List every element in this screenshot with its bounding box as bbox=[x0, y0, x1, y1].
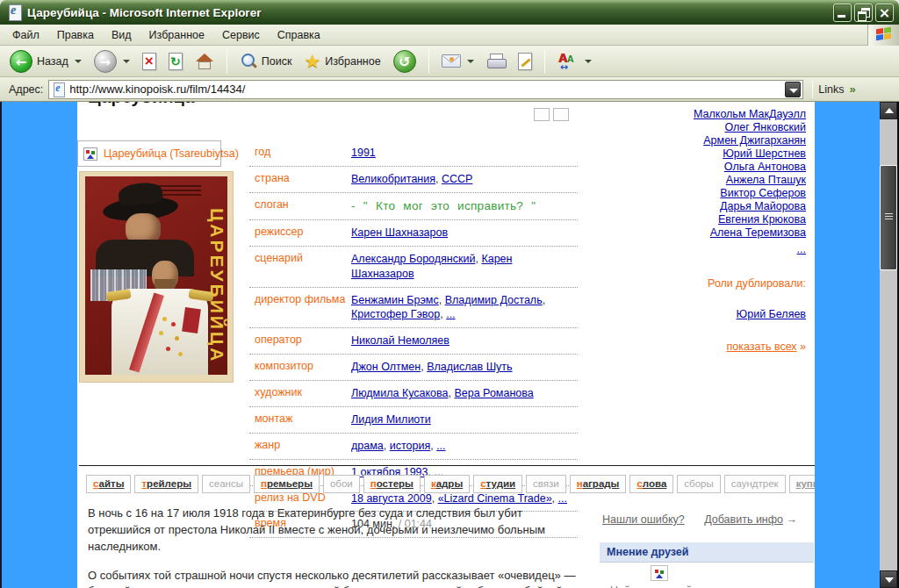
cast-actor-link[interactable]: Юрий Шерстнев bbox=[586, 147, 806, 161]
window-edge bbox=[0, 102, 2, 588]
tab-постеры[interactable]: постеры bbox=[363, 475, 421, 493]
cast-actor-link[interactable]: Евгения Крюкова bbox=[586, 213, 806, 226]
info-link[interactable]: Карен Шахназаров bbox=[351, 226, 448, 239]
edit-button[interactable] bbox=[514, 51, 536, 72]
add-info-link[interactable]: Добавить инфо → bbox=[704, 513, 797, 526]
info-link[interactable]: Вера Романова bbox=[454, 387, 533, 399]
tab-сайты[interactable]: сайты bbox=[86, 475, 131, 493]
info-link[interactable]: Джон Олтмен bbox=[351, 361, 421, 373]
vertical-scrollbar[interactable] bbox=[880, 102, 897, 588]
found-error-link[interactable]: Нашли ошибку? bbox=[602, 513, 685, 526]
back-button[interactable]: Назад bbox=[5, 48, 86, 75]
info-link[interactable]: СССР bbox=[442, 173, 472, 185]
info-value: 1991 bbox=[351, 146, 578, 161]
forward-button[interactable] bbox=[90, 48, 134, 75]
print-button[interactable] bbox=[482, 52, 510, 71]
info-label: монтаж bbox=[249, 412, 351, 427]
info-link[interactable]: ... bbox=[558, 492, 567, 505]
page-viewport: Цареубийца Цареубийца (Tsareubiytsa) bbox=[0, 102, 899, 588]
page-content: Цареубийца Цареубийца (Tsareubiytsa) bbox=[77, 102, 815, 588]
info-link[interactable]: Владимир Досталь bbox=[445, 294, 543, 306]
minimize-button[interactable] bbox=[833, 4, 852, 22]
info-text: , bbox=[552, 492, 558, 505]
info-link[interactable]: Николай Немоляев bbox=[351, 334, 450, 347]
cast-actor-link[interactable]: Виктор Сеферов bbox=[586, 187, 806, 200]
menu-item-Справка[interactable]: Справка bbox=[269, 26, 329, 44]
tab-трейлеры[interactable]: трейлеры bbox=[134, 475, 198, 493]
address-input[interactable]: http://www.kinopoisk.ru/film/14434/ bbox=[48, 80, 803, 99]
dropdown-arrow-icon[interactable] bbox=[75, 60, 82, 63]
scroll-up-button[interactable] bbox=[880, 102, 897, 119]
menu-item-Вид[interactable]: Вид bbox=[103, 26, 140, 44]
tab-слова[interactable]: слова bbox=[629, 475, 673, 493]
edit-icon bbox=[518, 53, 532, 70]
cast-actor-link[interactable]: Алена Теремизова bbox=[586, 226, 806, 240]
menu-item-Файл[interactable]: Файл bbox=[4, 26, 48, 44]
cast-actor-link[interactable]: Дарья Майорова bbox=[586, 200, 806, 213]
info-link[interactable]: Великобритания bbox=[351, 173, 435, 185]
cast-actor-link[interactable]: Олег Янковский bbox=[586, 121, 806, 134]
info-link[interactable]: Александр Бородянский bbox=[351, 253, 475, 265]
dropdown-arrow-icon[interactable] bbox=[467, 60, 474, 63]
history-button[interactable] bbox=[389, 48, 421, 75]
info-link[interactable]: ... bbox=[436, 440, 445, 452]
info-link[interactable]: 18 августа 2009 bbox=[351, 492, 432, 505]
home-button[interactable] bbox=[191, 51, 219, 72]
info-link[interactable]: Людмила Кусакова bbox=[351, 387, 449, 399]
fonts-button[interactable]: ↔ bbox=[553, 50, 596, 73]
favorites-button[interactable]: ★ Избранное bbox=[299, 51, 385, 72]
cast-actor-link[interactable]: Ольга Антонова bbox=[586, 161, 806, 174]
info-label: год bbox=[249, 146, 351, 161]
search-button[interactable]: Поиск bbox=[235, 51, 297, 72]
info-link[interactable]: драма bbox=[351, 440, 384, 452]
info-link[interactable]: Лидия Милиоти bbox=[351, 413, 431, 426]
info-row: художникЛюдмила Кусакова, Вера Романова bbox=[249, 381, 578, 407]
dropdown-arrow-icon[interactable] bbox=[585, 60, 592, 63]
tab-премьеры[interactable]: премьеры bbox=[254, 475, 320, 493]
info-link[interactable]: «Lizard Cinema Trade» bbox=[438, 492, 552, 505]
info-link[interactable]: Бенжамин Брэмс bbox=[351, 294, 439, 306]
close-button[interactable] bbox=[875, 4, 894, 22]
tab-купить[interactable]: купить! bbox=[789, 475, 815, 493]
dubbing-actor-link[interactable]: Юрий Беляев bbox=[586, 308, 806, 321]
info-link[interactable]: Кристофер Гэвор bbox=[351, 308, 440, 320]
cast-actor-link[interactable]: Малкольм МакДауэлл bbox=[586, 108, 806, 121]
restore-button[interactable] bbox=[854, 4, 873, 22]
menu-item-Сервис[interactable]: Сервис bbox=[213, 26, 269, 44]
menu-bar: ФайлПравкаВидИзбранноеСервисСправка bbox=[0, 25, 899, 46]
info-link[interactable]: ... bbox=[446, 308, 455, 320]
info-row: директор фильмаБенжамин Брэмс, Владимир … bbox=[249, 288, 578, 329]
stop-button[interactable] bbox=[138, 51, 161, 72]
info-link[interactable]: история bbox=[390, 440, 430, 452]
scrollbar-thumb[interactable] bbox=[880, 165, 897, 270]
menu-item-Правка[interactable]: Правка bbox=[48, 26, 103, 44]
links-bar-label[interactable]: Links bbox=[818, 83, 844, 96]
cast-more-link[interactable]: ... bbox=[586, 243, 806, 256]
scroll-down-button[interactable] bbox=[880, 570, 897, 588]
mail-button[interactable] bbox=[437, 53, 478, 69]
synopsis-paragraph: О событиях той страшной ночи спустя неск… bbox=[88, 568, 579, 588]
menu-item-Избранное[interactable]: Избранное bbox=[140, 26, 213, 44]
film-poster[interactable]: ЦАРЕУБИЙЦА bbox=[79, 171, 234, 383]
refresh-button[interactable] bbox=[164, 51, 187, 72]
windows-logo-block bbox=[867, 25, 899, 46]
show-all-link[interactable]: показать всех » bbox=[586, 341, 806, 353]
toolbar-separator bbox=[428, 49, 429, 74]
info-link[interactable]: Владислав Шуть bbox=[427, 361, 512, 373]
info-text: , bbox=[435, 173, 442, 185]
back-icon bbox=[10, 50, 32, 73]
cast-actor-link[interactable]: Анжела Пташук bbox=[586, 174, 806, 187]
address-dropdown-button[interactable] bbox=[785, 82, 801, 97]
tab-студии[interactable]: студии bbox=[473, 475, 522, 493]
links-chevron-icon[interactable]: » bbox=[849, 82, 855, 96]
info-value: Бенжамин Брэмс, Владимир Досталь, Кристо… bbox=[351, 293, 578, 323]
meta-links: Нашли ошибку? Добавить инфо → bbox=[602, 513, 797, 526]
cast-actor-link[interactable]: Армен Джигарханян bbox=[586, 134, 806, 147]
tab-кадры[interactable]: кадры bbox=[424, 475, 470, 493]
dropdown-arrow-icon[interactable] bbox=[123, 60, 130, 63]
mail-icon bbox=[442, 54, 461, 68]
info-link[interactable]: 1991 bbox=[351, 147, 376, 159]
info-row: странаВеликобритания, СССР bbox=[249, 167, 578, 193]
tab-награды[interactable]: награды bbox=[570, 475, 627, 493]
info-label: художник bbox=[249, 386, 351, 401]
